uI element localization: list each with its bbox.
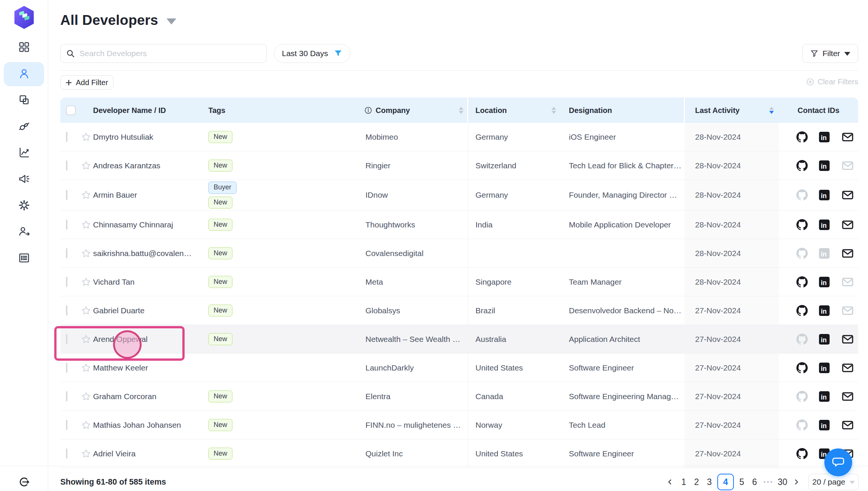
table-row[interactable]: Andreas Karantzas New Ringier Switzerlan… — [60, 151, 858, 180]
row-checkbox[interactable] — [66, 421, 67, 430]
sidebar-item-user-transfer[interactable] — [4, 220, 44, 244]
page-button-1[interactable]: 1 — [677, 474, 690, 490]
sidebar-item-dashboard[interactable] — [4, 36, 44, 60]
linkedin-icon[interactable]: in — [819, 248, 830, 259]
sidebar-item-developers[interactable] — [4, 62, 44, 86]
star-icon[interactable] — [81, 248, 91, 258]
title-dropdown-caret-icon[interactable] — [167, 18, 176, 24]
prev-page-button[interactable] — [663, 474, 676, 490]
star-icon[interactable] — [81, 334, 91, 344]
add-filter-button[interactable]: Add Filter — [60, 75, 113, 90]
sidebar-item-analytics[interactable] — [4, 141, 44, 165]
row-checkbox[interactable] — [66, 449, 67, 458]
page-button-30[interactable]: 30 — [776, 474, 789, 490]
star-icon[interactable] — [81, 420, 91, 430]
linkedin-icon[interactable]: in — [819, 334, 830, 345]
row-checkbox[interactable] — [66, 220, 67, 229]
developer-name[interactable]: Dmytro Hutsuliak — [93, 133, 153, 142]
developer-name[interactable]: Adriel Vieira — [93, 449, 136, 458]
email-icon[interactable] — [842, 362, 853, 374]
star-icon[interactable] — [81, 220, 91, 230]
developer-name[interactable]: Matthew Keeler — [93, 363, 148, 372]
row-checkbox[interactable] — [66, 161, 67, 170]
linkedin-icon[interactable]: in — [819, 305, 830, 316]
developer-name[interactable]: Vichard Tan — [93, 278, 134, 287]
email-icon[interactable] — [842, 305, 853, 316]
star-icon[interactable] — [81, 277, 91, 287]
page-button-5[interactable]: 5 — [735, 474, 748, 490]
sidebar-item-integrations[interactable] — [4, 115, 44, 139]
table-row[interactable]: Mathias Johan Johansen New FINN.no – mul… — [60, 411, 858, 439]
linkedin-icon[interactable]: in — [819, 219, 830, 230]
github-icon[interactable] — [796, 448, 808, 459]
email-icon[interactable] — [842, 160, 853, 171]
github-icon[interactable] — [796, 160, 808, 171]
github-icon[interactable] — [796, 276, 808, 288]
star-icon[interactable] — [81, 391, 91, 401]
github-icon[interactable] — [796, 391, 808, 402]
app-logo[interactable] — [14, 6, 35, 28]
developer-name[interactable]: Arend Oppewal — [93, 335, 148, 344]
star-icon[interactable] — [81, 305, 91, 316]
page-button-3[interactable]: 3 — [703, 474, 716, 490]
github-icon[interactable] — [796, 219, 808, 230]
star-icon[interactable] — [81, 160, 91, 171]
developer-name[interactable]: saikrishna.battu@covalen… — [93, 249, 192, 258]
star-icon[interactable] — [81, 363, 91, 373]
github-icon[interactable] — [796, 248, 808, 259]
developer-name[interactable]: Chinnasamy Chinnaraj — [93, 220, 173, 229]
page-button-4[interactable]: 4 — [717, 474, 734, 490]
sidebar-item-announcements[interactable] — [4, 168, 44, 192]
sort-company[interactable] — [457, 107, 463, 114]
github-icon[interactable] — [796, 419, 808, 431]
row-checkbox[interactable] — [66, 133, 67, 142]
row-checkbox[interactable] — [66, 249, 67, 258]
row-checkbox[interactable] — [66, 392, 67, 401]
table-row[interactable]: Chinnasamy Chinnaraj New Thoughtworks In… — [60, 210, 858, 239]
developer-name[interactable]: Armin Bauer — [93, 191, 137, 200]
developer-name[interactable]: Graham Corcoran — [93, 392, 156, 401]
email-icon[interactable] — [842, 419, 853, 431]
sidebar-item-workspaces[interactable] — [4, 88, 44, 113]
page-ellipsis[interactable]: ••• — [761, 478, 776, 486]
linkedin-icon[interactable]: in — [819, 189, 830, 201]
page-button-2[interactable]: 2 — [690, 474, 703, 490]
linkedin-icon[interactable]: in — [819, 391, 830, 402]
developer-name[interactable]: Andreas Karantzas — [93, 161, 160, 170]
row-checkbox[interactable] — [66, 278, 67, 287]
linkedin-icon[interactable]: in — [819, 160, 830, 171]
github-icon[interactable] — [796, 189, 808, 201]
table-row[interactable]: Graham Corcoran New Elentra Canada Softw… — [60, 382, 858, 411]
table-row[interactable]: Adriel Vieira New Quizlet Inc United Sta… — [60, 439, 858, 468]
linkedin-icon[interactable]: in — [819, 131, 830, 143]
sort-last-activity[interactable] — [768, 107, 774, 114]
linkedin-icon[interactable]: in — [819, 276, 830, 288]
filter-button[interactable]: Filter — [802, 44, 858, 63]
star-icon[interactable] — [81, 448, 91, 459]
github-icon[interactable] — [796, 305, 808, 316]
clear-filters-button[interactable]: Clear Filters — [806, 78, 858, 86]
row-checkbox[interactable] — [66, 335, 67, 344]
linkedin-icon[interactable]: in — [819, 362, 830, 374]
email-icon[interactable] — [842, 391, 853, 402]
developer-name[interactable]: Mathias Johan Johansen — [93, 421, 181, 430]
sidebar-item-settings[interactable] — [4, 194, 44, 218]
row-checkbox[interactable] — [66, 191, 67, 200]
page-size-select[interactable]: 20 / page — [808, 474, 859, 490]
table-row[interactable]: Gabriel Duarte New Globalsys Brazil Dese… — [60, 296, 858, 325]
row-checkbox[interactable] — [66, 363, 67, 372]
search-input[interactable] — [79, 49, 266, 58]
table-row[interactable]: Matthew Keeler LaunchDarkly United State… — [60, 354, 858, 382]
table-row[interactable]: Armin Bauer BuyerNew IDnow Germany Found… — [60, 180, 858, 210]
column-header-company[interactable]: Company — [364, 106, 410, 114]
github-icon[interactable] — [796, 334, 808, 345]
star-icon[interactable] — [81, 132, 91, 142]
chat-fab-button[interactable] — [824, 448, 852, 476]
email-icon[interactable] — [842, 131, 853, 143]
table-row[interactable]: Dmytro Hutsuliak New Mobimeo Germany iOS… — [60, 123, 858, 151]
email-icon[interactable] — [842, 219, 853, 230]
developer-name[interactable]: Gabriel Duarte — [93, 306, 145, 315]
sort-location[interactable] — [550, 107, 556, 114]
select-all-checkbox[interactable] — [66, 105, 76, 115]
email-icon[interactable] — [842, 189, 853, 201]
